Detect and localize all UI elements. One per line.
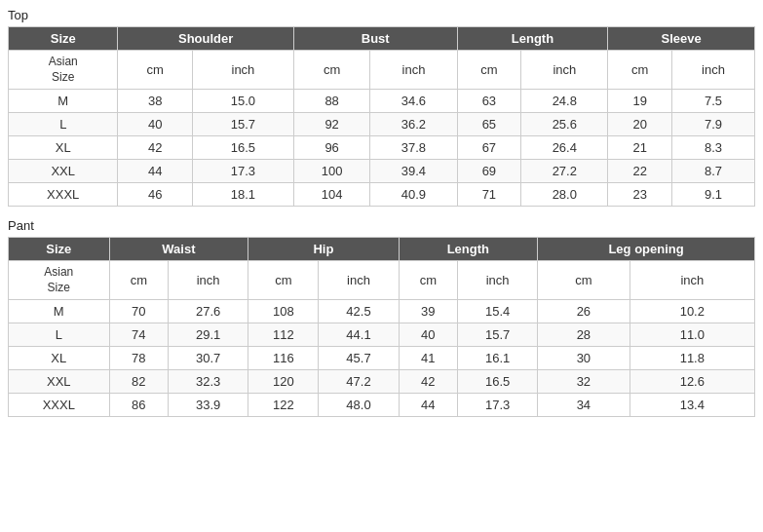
length-inch-cell: 27.2 [521, 160, 608, 183]
top-sub-sleeve-inch: inch [672, 51, 755, 90]
size-cell: M [9, 300, 110, 323]
table-row: M 38 15.0 88 34.6 63 24.8 19 7.5 [9, 90, 755, 113]
top-subheader-row: AsianSize cm inch cm inch cm inch cm inc… [9, 51, 755, 90]
bust-inch-cell: 40.9 [370, 183, 457, 207]
bust-cm-cell: 96 [293, 136, 370, 160]
top-sub-asian-size: AsianSize [9, 51, 118, 90]
bust-inch-cell: 39.4 [370, 160, 457, 183]
top-header-row: Size Shoulder Bust Length Sleeve [9, 27, 755, 51]
waist-cm-cell: 82 [109, 370, 169, 394]
pant-col-length: Length [399, 238, 538, 261]
waist-inch-cell: 30.7 [169, 347, 248, 370]
waist-inch-cell: 29.1 [169, 323, 248, 347]
shoulder-inch-cell: 17.3 [192, 160, 293, 183]
pant-col-waist: Waist [109, 238, 248, 261]
pant-sub-length-cm: cm [399, 261, 458, 300]
bust-cm-cell: 100 [293, 160, 370, 183]
pant-subheader-row: AsianSize cm inch cm inch cm inch cm inc… [9, 261, 755, 300]
pant-section: Pant Size Waist Hip Length Leg opening A… [8, 218, 755, 417]
sleeve-inch-cell: 7.5 [672, 90, 755, 113]
pant-col-size: Size [9, 238, 110, 261]
length-inch-cell: 16.1 [458, 347, 538, 370]
top-col-size: Size [9, 27, 118, 51]
shoulder-cm-cell: 46 [118, 183, 193, 207]
length-inch-cell: 16.5 [458, 370, 538, 394]
hip-cm-cell: 112 [248, 323, 319, 347]
leg-inch-cell: 11.0 [629, 323, 754, 347]
hip-inch-cell: 44.1 [319, 323, 399, 347]
table-row: M 70 27.6 108 42.5 39 15.4 26 10.2 [9, 300, 755, 323]
length-cm-cell: 42 [399, 370, 458, 394]
shoulder-inch-cell: 16.5 [192, 136, 293, 160]
shoulder-cm-cell: 42 [118, 136, 193, 160]
table-row: XL 78 30.7 116 45.7 41 16.1 30 11.8 [9, 347, 755, 370]
length-inch-cell: 17.3 [458, 394, 538, 417]
sleeve-cm-cell: 22 [608, 160, 672, 183]
sleeve-cm-cell: 19 [608, 90, 672, 113]
size-cell: XXXL [9, 183, 118, 207]
leg-cm-cell: 32 [538, 370, 630, 394]
pant-header-row: Size Waist Hip Length Leg opening [9, 238, 755, 261]
length-cm-cell: 40 [399, 323, 458, 347]
pant-table: Size Waist Hip Length Leg opening AsianS… [8, 237, 755, 417]
table-row: XXL 82 32.3 120 47.2 42 16.5 32 12.6 [9, 370, 755, 394]
hip-cm-cell: 120 [248, 370, 319, 394]
waist-inch-cell: 33.9 [169, 394, 248, 417]
top-col-sleeve: Sleeve [608, 27, 755, 51]
size-cell: M [9, 90, 118, 113]
top-section: Top Size Shoulder Bust Length Sleeve Asi… [8, 8, 755, 207]
leg-cm-cell: 26 [538, 300, 630, 323]
hip-inch-cell: 45.7 [319, 347, 399, 370]
size-cell: XL [9, 347, 110, 370]
length-cm-cell: 67 [457, 136, 521, 160]
bust-inch-cell: 36.2 [370, 113, 457, 136]
length-inch-cell: 28.0 [521, 183, 608, 207]
shoulder-cm-cell: 40 [118, 113, 193, 136]
leg-inch-cell: 13.4 [629, 394, 754, 417]
waist-cm-cell: 78 [109, 347, 169, 370]
size-cell: XXL [9, 370, 110, 394]
top-sub-bust-inch: inch [370, 51, 457, 90]
waist-inch-cell: 32.3 [169, 370, 248, 394]
pant-sub-asian-size: AsianSize [9, 261, 110, 300]
waist-cm-cell: 70 [109, 300, 169, 323]
length-cm-cell: 41 [399, 347, 458, 370]
top-sub-length-cm: cm [457, 51, 521, 90]
pant-sub-waist-cm: cm [109, 261, 169, 300]
leg-cm-cell: 34 [538, 394, 630, 417]
shoulder-inch-cell: 15.0 [192, 90, 293, 113]
hip-cm-cell: 116 [248, 347, 319, 370]
top-sub-shoulder-cm: cm [118, 51, 193, 90]
top-col-length: Length [457, 27, 608, 51]
leg-inch-cell: 12.6 [629, 370, 754, 394]
length-inch-cell: 24.8 [521, 90, 608, 113]
top-col-bust: Bust [293, 27, 457, 51]
length-cm-cell: 39 [399, 300, 458, 323]
sleeve-cm-cell: 20 [608, 113, 672, 136]
length-inch-cell: 26.4 [521, 136, 608, 160]
shoulder-inch-cell: 15.7 [192, 113, 293, 136]
leg-inch-cell: 10.2 [629, 300, 754, 323]
top-title: Top [8, 8, 755, 22]
waist-cm-cell: 74 [109, 323, 169, 347]
sleeve-inch-cell: 7.9 [672, 113, 755, 136]
hip-cm-cell: 122 [248, 394, 319, 417]
table-row: XXXL 46 18.1 104 40.9 71 28.0 23 9.1 [9, 183, 755, 207]
bust-cm-cell: 92 [293, 113, 370, 136]
length-cm-cell: 44 [399, 394, 458, 417]
length-cm-cell: 63 [457, 90, 521, 113]
top-sub-sleeve-cm: cm [608, 51, 672, 90]
size-cell: XL [9, 136, 118, 160]
top-col-shoulder: Shoulder [118, 27, 293, 51]
pant-sub-length-inch: inch [458, 261, 538, 300]
sleeve-inch-cell: 8.7 [672, 160, 755, 183]
size-cell: XXXL [9, 394, 110, 417]
table-row: XXXL 86 33.9 122 48.0 44 17.3 34 13.4 [9, 394, 755, 417]
pant-sub-waist-inch: inch [169, 261, 248, 300]
length-cm-cell: 65 [457, 113, 521, 136]
sleeve-inch-cell: 9.1 [672, 183, 755, 207]
bust-inch-cell: 34.6 [370, 90, 457, 113]
hip-inch-cell: 47.2 [319, 370, 399, 394]
pant-col-leg: Leg opening [538, 238, 755, 261]
sleeve-cm-cell: 21 [608, 136, 672, 160]
